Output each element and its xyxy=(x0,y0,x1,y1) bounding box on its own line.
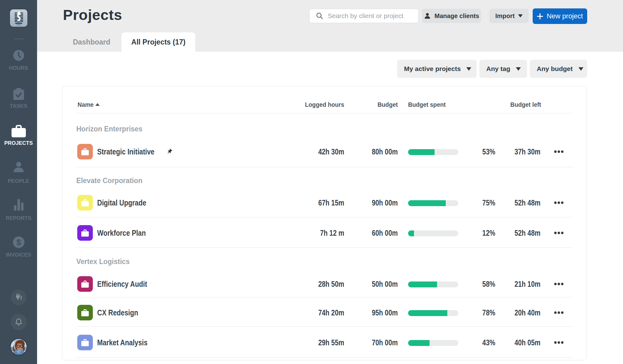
svg-text:$: $ xyxy=(16,238,21,247)
